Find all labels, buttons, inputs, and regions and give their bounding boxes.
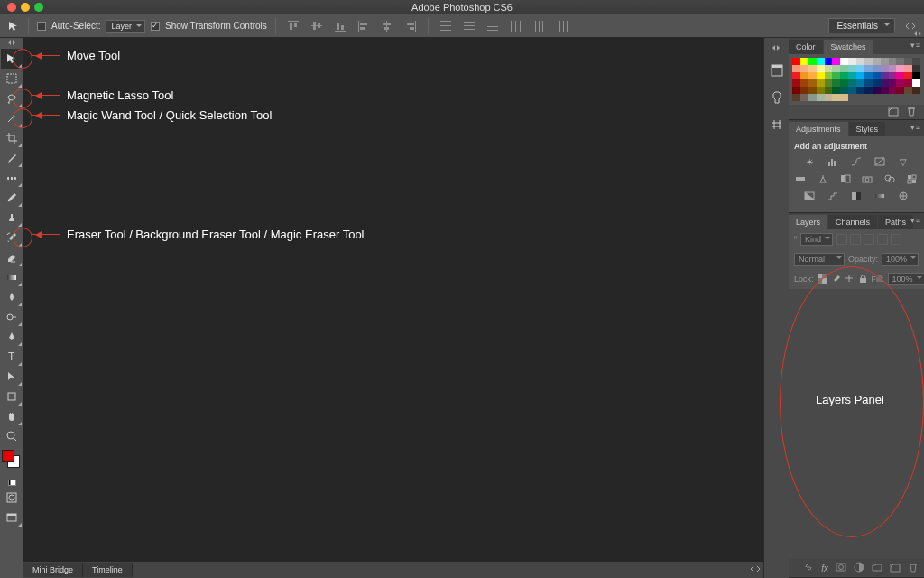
character-panel-icon[interactable] (768, 116, 786, 134)
swatches-grid[interactable] (789, 54, 924, 105)
filter-pixel-icon[interactable] (836, 234, 847, 245)
layer-mask-icon[interactable] (836, 562, 846, 574)
swatch-cell[interactable] (889, 79, 897, 87)
mini-bridge-tab[interactable]: Mini Bridge (23, 563, 83, 577)
distribute-vcenter-icon[interactable] (460, 17, 478, 35)
swatch-cell[interactable] (800, 58, 808, 65)
swatch-cell[interactable] (848, 65, 856, 72)
distribute-bottom-icon[interactable] (484, 17, 502, 35)
color-tab[interactable]: Color (789, 40, 823, 54)
crop-tool[interactable] (1, 128, 23, 148)
swatch-cell[interactable] (896, 79, 904, 87)
auto-select-target-dropdown[interactable]: Layer (106, 20, 145, 33)
swatch-cell[interactable] (808, 94, 817, 101)
distribute-left-icon[interactable] (507, 17, 525, 35)
workspace-dropdown[interactable]: Essentials (828, 18, 895, 33)
color-swatches[interactable] (2, 450, 22, 470)
filter-smart-icon[interactable] (891, 234, 901, 245)
swatch-cell[interactable] (808, 79, 817, 87)
swatch-cell[interactable] (889, 58, 897, 65)
window-minimize-button[interactable] (21, 3, 30, 12)
curves-icon[interactable] (849, 155, 864, 168)
swatches-tab[interactable]: Swatches (824, 40, 873, 54)
show-transform-checkbox[interactable] (151, 22, 160, 31)
swatch-cell[interactable] (840, 94, 848, 101)
foreground-color[interactable] (2, 450, 14, 462)
channels-tab[interactable]: Channels (828, 215, 877, 229)
swatch-cell[interactable] (808, 87, 817, 94)
swatch-cell[interactable] (856, 58, 864, 65)
distribute-right-icon[interactable] (554, 17, 572, 35)
layers-list[interactable]: Layers Panel (789, 289, 924, 559)
swatch-cell[interactable] (881, 65, 889, 72)
swatch-cell[interactable] (825, 72, 833, 79)
swatch-cell[interactable] (832, 72, 840, 79)
swatch-cell[interactable] (825, 58, 833, 65)
swatch-cell[interactable] (864, 79, 873, 87)
swatch-cell[interactable] (800, 72, 808, 79)
swatch-cell[interactable] (832, 65, 840, 72)
swatch-cell[interactable] (881, 72, 889, 79)
layer-fx-icon[interactable]: fx (821, 564, 828, 573)
brightness-icon[interactable]: ☀ (802, 155, 817, 168)
swatch-cell[interactable] (808, 72, 817, 79)
swatch-cell[interactable] (792, 58, 800, 65)
swatch-cell[interactable] (840, 87, 848, 94)
filter-shape-icon[interactable] (877, 234, 888, 245)
swatch-cell[interactable] (840, 79, 848, 87)
bw-icon[interactable] (838, 172, 852, 185)
levels-icon[interactable] (826, 155, 840, 168)
blend-mode-dropdown[interactable]: Normal (794, 253, 845, 266)
swatch-cell[interactable] (800, 65, 808, 72)
swatch-cell[interactable] (840, 58, 848, 65)
swatch-cell[interactable] (825, 79, 833, 87)
swatch-cell[interactable] (864, 87, 873, 94)
swatch-cell[interactable] (896, 72, 904, 79)
selective-color-icon[interactable] (896, 190, 910, 202)
swatch-cell[interactable] (873, 87, 881, 94)
strip-expand-icon[interactable] (772, 45, 781, 51)
swatch-cell[interactable] (840, 72, 848, 79)
adjustments-tab[interactable]: Adjustments (789, 122, 848, 136)
shape-tool[interactable] (1, 387, 23, 406)
path-selection-tool[interactable] (1, 367, 23, 387)
window-zoom-button[interactable] (34, 3, 43, 12)
swatch-cell[interactable] (856, 65, 864, 72)
new-group-icon[interactable] (872, 562, 882, 574)
swatch-cell[interactable] (856, 79, 864, 87)
timeline-tab[interactable]: Timeline (83, 563, 133, 577)
panel-expand-icon[interactable] (8, 40, 15, 45)
delete-swatch-icon[interactable] (906, 106, 917, 118)
swatch-cell[interactable] (800, 87, 808, 94)
vibrance-icon[interactable]: ▽ (896, 155, 910, 168)
distribute-hcenter-icon[interactable] (531, 17, 549, 35)
posterize-icon[interactable] (826, 190, 840, 202)
threshold-icon[interactable] (849, 190, 864, 202)
swatch-cell[interactable] (817, 87, 825, 94)
paths-tab[interactable]: Paths (878, 215, 913, 229)
swatch-cell[interactable] (873, 65, 881, 72)
swatch-cell[interactable] (792, 87, 800, 94)
align-left-edges-icon[interactable] (355, 17, 373, 35)
swatch-cell[interactable] (848, 79, 856, 87)
swatch-cell[interactable] (904, 79, 912, 87)
quick-mask-icon[interactable] (1, 488, 23, 508)
marquee-tool[interactable] (1, 69, 23, 89)
align-top-edges-icon[interactable] (284, 17, 302, 35)
swatch-cell[interactable] (904, 72, 912, 79)
clone-stamp-tool[interactable] (1, 208, 23, 228)
swatch-cell[interactable] (808, 65, 817, 72)
swatch-cell[interactable] (832, 94, 840, 101)
swatch-cell[interactable] (817, 94, 825, 101)
blur-tool[interactable] (1, 287, 23, 307)
exposure-icon[interactable] (873, 155, 887, 168)
color-balance-icon[interactable] (817, 172, 830, 185)
swatch-cell[interactable] (825, 87, 833, 94)
swatch-cell[interactable] (889, 65, 897, 72)
distribute-top-icon[interactable] (437, 17, 455, 35)
new-layer-icon[interactable] (890, 562, 901, 574)
swatch-cell[interactable] (896, 65, 904, 72)
history-panel-icon[interactable] (768, 61, 786, 79)
swatch-cell[interactable] (848, 72, 856, 79)
filter-adjustment-icon[interactable] (850, 234, 861, 245)
